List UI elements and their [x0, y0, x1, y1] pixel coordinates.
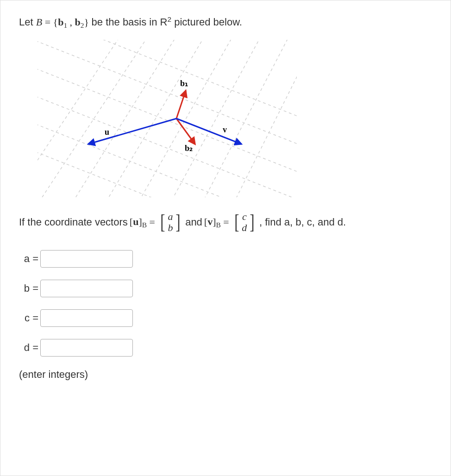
label-c: c = [19, 312, 40, 324]
label-v: v [223, 125, 227, 134]
matrix-cd: [ c d ] [233, 211, 256, 233]
svg-line-10 [38, 86, 297, 197]
question-text: If the coordinate vectors [u]B = [ a b ]… [19, 211, 432, 233]
label-b2: b₂ [185, 144, 193, 153]
svg-line-5 [153, 40, 269, 197]
label-d: d = [19, 342, 40, 354]
answer-row-c: c = [19, 309, 432, 327]
svg-line-4 [125, 40, 241, 197]
label-a: a = [19, 253, 40, 265]
answer-row-d: d = [19, 339, 432, 357]
intro-text: Let B = {b1 , b2} be the basis in R2 pic… [19, 14, 432, 31]
intro-tail: pictured below. [171, 16, 242, 28]
basis-diagram: b₁ b₂ u v [38, 40, 297, 197]
svg-line-13 [38, 142, 297, 197]
u-coord-symbol: [u]B [130, 215, 147, 230]
svg-line-6 [181, 40, 297, 197]
mat1-bot: b [168, 222, 173, 233]
equals-sign: = [42, 16, 53, 28]
mat2-top: c [242, 211, 247, 222]
q-tail: , find a, b, c, and d. [259, 215, 346, 230]
basis-symbol: B [36, 16, 42, 28]
eq2: = [223, 215, 230, 230]
b2-symbol: b [75, 16, 81, 28]
q-prefix: If the coordinate vectors [19, 215, 128, 230]
svg-line-8 [38, 58, 297, 179]
svg-line-2 [70, 40, 186, 197]
r-sup: 2 [167, 15, 171, 23]
mat1-top: a [168, 211, 173, 222]
label-u: u [105, 127, 109, 137]
vb-sub: B [216, 221, 221, 229]
b1-symbol: b [58, 16, 63, 28]
svg-line-7 [209, 40, 297, 197]
answer-row-b: b = [19, 280, 432, 297]
lbrace: { [53, 16, 58, 28]
basis-def: B = {b1 , b2} [36, 16, 92, 28]
svg-line-12 [38, 40, 297, 123]
intro-suffix: be the basis in R [92, 16, 168, 28]
intro-prefix: Let [19, 16, 36, 28]
set-comma: , [67, 16, 75, 28]
svg-line-11 [38, 114, 297, 197]
ub-close: ] [138, 216, 142, 227]
mat2-bot: d [242, 222, 247, 233]
input-c[interactable] [40, 309, 133, 327]
v-coord-symbol: [v]B [204, 215, 221, 230]
input-d[interactable] [40, 339, 133, 357]
vector-b1 [176, 91, 186, 119]
b1-sub: 1 [63, 22, 67, 30]
vb-close: ] [213, 216, 216, 227]
b2-sub: 2 [81, 22, 84, 30]
q-mid: and [185, 215, 202, 230]
vb-v: v [207, 216, 213, 227]
input-b[interactable] [40, 280, 133, 297]
svg-line-1 [42, 40, 158, 197]
vector-u [88, 119, 176, 144]
rbrace: } [84, 16, 89, 28]
ub-u: u [133, 216, 138, 227]
answer-row-a: a = [19, 250, 432, 268]
matrix-ab: [ a b ] [159, 211, 182, 233]
input-a[interactable] [40, 250, 133, 268]
lattice-grid [38, 40, 297, 197]
problem-page: Let B = {b1 , b2} be the basis in R2 pic… [0, 0, 451, 476]
hint-text: (enter integers) [19, 369, 432, 381]
svg-line-0 [38, 40, 130, 188]
ub-sub: B [142, 221, 147, 229]
label-b1: b₁ [180, 79, 188, 88]
eq1: = [149, 215, 156, 230]
label-b: b = [19, 282, 40, 294]
svg-line-3 [98, 40, 213, 197]
